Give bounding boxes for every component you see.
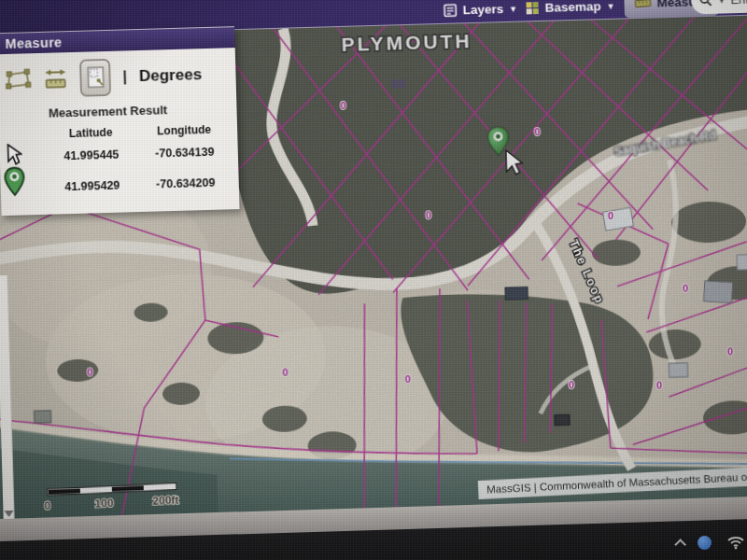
chevron-up-icon[interactable]: [674, 539, 686, 551]
basemap-grid-icon: [525, 0, 539, 14]
layers-icon: [443, 3, 457, 17]
longitude-column-header: Longitude: [141, 122, 227, 138]
chevron-down-icon: ▼: [607, 2, 615, 10]
search-input[interactable]: ▼ Ent: [691, 0, 747, 14]
measure-ruler-icon: [634, 0, 651, 9]
chevron-down-icon: ▼: [509, 5, 517, 13]
panel-divider: |: [122, 68, 127, 85]
wifi-icon[interactable]: [726, 535, 745, 550]
taskbar-blue-icon[interactable]: [698, 536, 712, 550]
search-icon: [698, 0, 712, 7]
point-location-measure-button[interactable]: [79, 59, 111, 97]
browser-screen: 0 0 0 0 0 0 0 0 0 0 0 PLYMOUTH Saquish B…: [0, 0, 747, 539]
units-selector[interactable]: Degrees: [139, 65, 203, 86]
screen-photo: 0 0 0 0 0 0 0 0 0 0 0 PLYMOUTH Saquish B…: [0, 0, 747, 560]
layers-menu[interactable]: Layers ▼: [443, 0, 517, 21]
area-measure-icon[interactable]: [5, 68, 32, 91]
basemap-label: Basemap: [544, 0, 600, 14]
search-text: Ent: [730, 0, 747, 7]
distance-measure-icon[interactable]: [43, 67, 68, 91]
location-pin-icon: [3, 165, 26, 198]
longitude-value-row2: -70.634209: [143, 175, 229, 191]
point-location-measure-icon: [86, 65, 106, 91]
measure-panel: Measure: [0, 26, 240, 216]
latitude-value-row2: 41.995429: [49, 178, 135, 194]
longitude-value-row1: -70.634139: [142, 145, 228, 161]
search-caret-icon[interactable]: ▼: [717, 0, 726, 6]
measurement-result-title: Measurement Result: [24, 102, 190, 120]
latitude-column-header: Latitude: [48, 125, 134, 141]
cursor-icon: [5, 144, 22, 166]
latitude-value-row1: 41.995445: [49, 147, 134, 163]
basemap-menu[interactable]: Basemap ▼: [525, 0, 615, 18]
layers-label: Layers: [462, 2, 503, 17]
scroll-down-arrow-icon[interactable]: [4, 511, 13, 517]
